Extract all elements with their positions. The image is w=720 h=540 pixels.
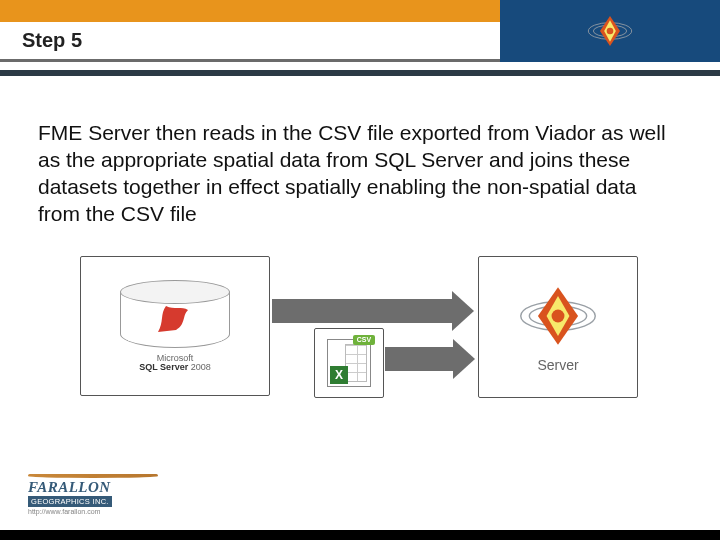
title-band: Step 5 [0,22,720,62]
sql-version: 2008 [191,362,211,372]
farallon-wave-icon [28,474,158,478]
server-label: Server [537,357,578,373]
sql-caption: Microsoft SQL Server 2008 [139,354,210,372]
sql-server-node: Microsoft SQL Server 2008 [80,256,270,396]
brand-panel [500,0,720,62]
company-url: http://www.farallon.com [28,508,100,515]
header-divider [0,70,720,76]
svg-point-4 [607,28,614,35]
sql-product: SQL Server [139,362,188,372]
csv-file-node: X CSV [314,328,384,398]
company-name: FARALLON [28,479,158,496]
company-subtitle: GEOGRAPHICS INC. [28,496,112,507]
bottom-border [0,530,720,540]
flow-diagram: Microsoft SQL Server 2008 X CSV Server [80,256,640,436]
excel-x-glyph: X [330,366,348,384]
footer-company-logo: FARALLON GEOGRAPHICS INC. http://www.far… [28,474,158,516]
fme-server-node: Server [478,256,638,398]
arrow-csv-to-server [385,346,475,372]
arrow-sql-to-server [272,298,474,324]
csv-file-icon: X CSV [327,339,371,387]
csv-badge: CSV [353,335,375,345]
sql-server-flag-icon [156,304,190,334]
fme-logo-icon [585,11,635,51]
accent-strip [0,0,500,22]
fme-logo-icon [515,281,601,351]
title-area: Step 5 [0,22,500,62]
slide-header: Step 5 [0,0,720,72]
slide-title: Step 5 [22,29,82,52]
svg-point-9 [552,309,565,322]
database-icon [120,280,230,350]
body-paragraph: FME Server then reads in the CSV file ex… [0,72,720,238]
